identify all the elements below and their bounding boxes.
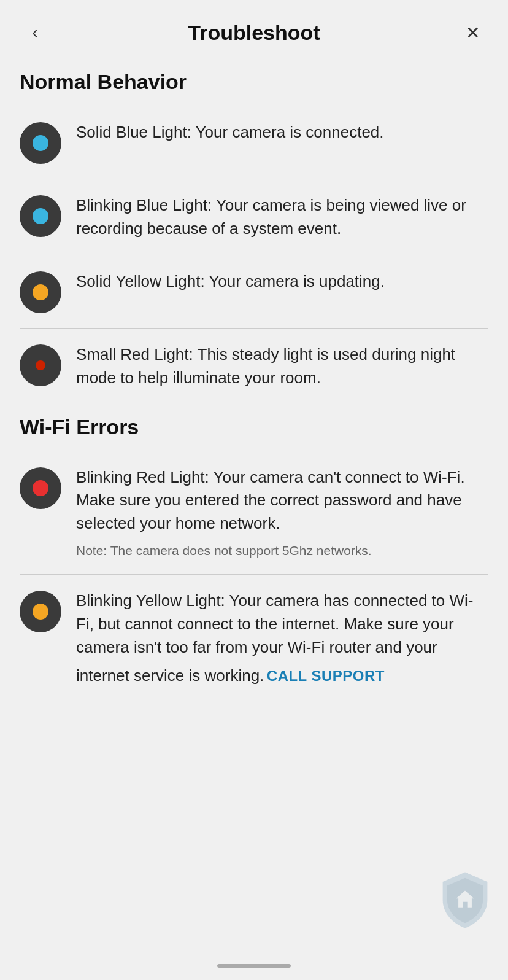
header: ‹ Troubleshoot ✕ — [0, 0, 508, 60]
bottom-bar — [217, 964, 291, 968]
wifi-errors-heading: Wi-Fi Errors — [20, 415, 488, 439]
solid-blue-dot — [33, 135, 48, 151]
small-red-content: Small Red Light: This steady light is us… — [76, 343, 488, 389]
blink-blue-icon-circle — [20, 195, 61, 237]
blink-blue-dot — [33, 208, 48, 224]
blink-yellow-content: Blinking Yellow Light: Your camera has c… — [76, 589, 488, 688]
small-red-text: Small Red Light: This steady light is us… — [76, 345, 455, 387]
blink-blue-text: Blinking Blue Light: Your camera is bein… — [76, 196, 466, 238]
solid-blue-icon-circle — [20, 122, 61, 164]
solid-yellow-text: Solid Yellow Light: Your camera is updat… — [76, 272, 385, 290]
solid-blue-content: Solid Blue Light: Your camera is connect… — [76, 121, 488, 144]
blink-yellow-icon-circle — [20, 591, 61, 632]
blink-red-dot — [33, 480, 48, 496]
content: Normal Behavior Solid Blue Light: Your c… — [0, 70, 508, 739]
back-button[interactable]: ‹ — [20, 17, 50, 48]
normal-behavior-heading: Normal Behavior — [20, 70, 488, 94]
list-item-blink-blue: Blinking Blue Light: Your camera is bein… — [20, 179, 488, 255]
call-support-button[interactable]: CALL SUPPORT — [267, 667, 385, 685]
list-item-solid-blue: Solid Blue Light: Your camera is connect… — [20, 106, 488, 179]
small-red-dot — [36, 360, 45, 370]
solid-yellow-content: Solid Yellow Light: Your camera is updat… — [76, 270, 488, 294]
page-title: Troubleshoot — [188, 21, 320, 45]
blink-red-content: Blinking Red Light: Your camera can't co… — [76, 466, 488, 559]
blink-red-note: Note: The camera does not support 5Ghz n… — [76, 542, 488, 559]
list-item-blink-yellow: Blinking Yellow Light: Your camera has c… — [20, 575, 488, 702]
list-item-small-red: Small Red Light: This steady light is us… — [20, 329, 488, 405]
list-item-solid-yellow: Solid Yellow Light: Your camera is updat… — [20, 255, 488, 329]
blink-red-text: Blinking Red Light: Your camera can't co… — [76, 468, 465, 532]
wifi-errors-section: Wi-Fi Errors — [20, 415, 488, 439]
solid-yellow-icon-circle — [20, 271, 61, 313]
blink-blue-content: Blinking Blue Light: Your camera is bein… — [76, 194, 488, 240]
small-red-icon-circle — [20, 344, 61, 386]
shield-watermark-icon — [434, 869, 496, 931]
solid-yellow-dot — [33, 284, 48, 300]
blink-red-icon-circle — [20, 467, 61, 509]
blink-yellow-dot — [33, 604, 48, 620]
solid-blue-text: Solid Blue Light: Your camera is connect… — [76, 123, 384, 141]
close-button[interactable]: ✕ — [458, 17, 488, 48]
list-item-blink-red: Blinking Red Light: Your camera can't co… — [20, 451, 488, 575]
